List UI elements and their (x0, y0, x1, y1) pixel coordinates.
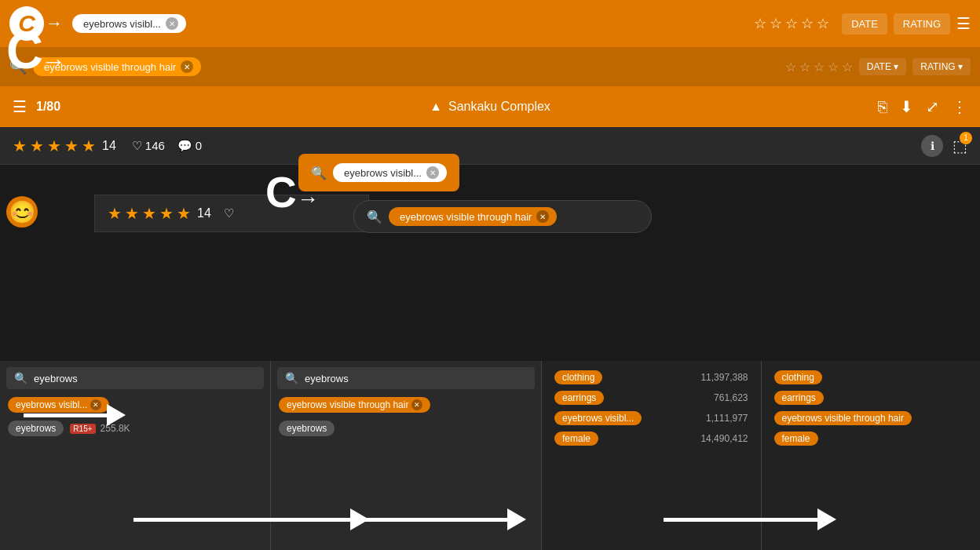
bp-r1-pill-2[interactable]: eyebrows visibl... (554, 411, 642, 425)
search-popup-icon: 🔍 (311, 166, 327, 180)
search-popup-tag[interactable]: eyebrows visibl... ✕ (333, 163, 447, 182)
rating-right: ℹ ⬚ 1 (921, 135, 967, 157)
sort-badge[interactable]: ⬚ 1 (953, 137, 967, 155)
bp-size: 255.8K (101, 423, 130, 434)
dark-search-tag-close[interactable]: ✕ (536, 210, 549, 223)
bp-mid-panel: 🔍 eyebrows eyebrows visible through hair… (271, 361, 542, 550)
bp-mid-tag-2[interactable]: eyebrows (279, 421, 335, 436)
bp-left-search-icon: 🔍 (14, 372, 27, 384)
bp-left-panel: 🔍 eyebrows eyebrows visibl... ✕ eyebrows… (0, 361, 271, 550)
bp-r2-item-1: earrings (768, 388, 975, 408)
nav-right: ⎘ ⬇ ⤢ ⋮ (878, 97, 967, 116)
search-popup: 🔍 eyebrows visibl... ✕ (298, 154, 459, 191)
rating-count-2: 14 (197, 206, 211, 220)
emoji-icon[interactable]: 😊 (6, 196, 38, 228)
bp-left-tag-2[interactable]: eyebrows (8, 421, 64, 436)
popup-tag-close[interactable]: ✕ (426, 166, 439, 179)
search-date-btn[interactable]: DATE ▾ (859, 58, 906, 75)
bp-r2-item-0: clothing (768, 367, 975, 388)
bp-r2-item-3: female (768, 428, 975, 449)
content-hamburger[interactable]: ☰ (13, 97, 27, 116)
bp-r1-count-3: 14,490,412 (700, 433, 748, 444)
star-4[interactable]: ☆ (801, 15, 814, 32)
logo-triangle: ▲ (430, 100, 442, 114)
date-button[interactable]: DATE (842, 13, 887, 35)
page-number: 1/80 (36, 100, 60, 114)
bp-r1-item-3: female 14,490,412 (548, 428, 755, 449)
badge-count: 1 (960, 132, 972, 144)
rating-stars-row: ★ ★ ★ ★ ★ (13, 137, 96, 155)
top-tag-pill[interactable]: eyebrows visibl... ✕ (72, 14, 186, 33)
bp-left-row-2: eyebrows R15+ 255.8K (6, 419, 264, 438)
rating-stars-2: ★ ★ ★ ★ ★ (108, 204, 191, 223)
bp-r1-count-2: 1,111,977 (706, 413, 748, 424)
bp-age-badge: R15+ (70, 424, 95, 434)
bp-right-1-panel: clothing 11,397,388 earrings 761,623 eye… (542, 361, 762, 550)
dark-search-tag[interactable]: eyebrows visible through hair ✕ (389, 207, 557, 226)
rating-comments: 💬 0 (177, 139, 202, 153)
star-2[interactable]: ☆ (770, 15, 782, 32)
bottom-panels: 🔍 eyebrows eyebrows visibl... ✕ eyebrows… (0, 361, 980, 550)
rating-count: 14 (102, 139, 116, 153)
rating-row: ★ ★ ★ ★ ★ 14 ♡ 146 💬 0 ℹ ⬚ 1 (0, 127, 980, 165)
site-logo: ▲ Sankaku Complex (430, 100, 550, 114)
dark-search-icon: 🔍 (367, 209, 382, 224)
r-star-3[interactable]: ★ (47, 137, 61, 155)
bp-r2-pill-0[interactable]: clothing (774, 370, 822, 384)
bp-left-tags: eyebrows visibl... ✕ (6, 395, 264, 414)
star-3[interactable]: ☆ (785, 15, 798, 32)
search-bar-2-tag[interactable]: eyebrows visible through hair ✕ (33, 57, 201, 76)
search-bar-2-tag-close[interactable]: ✕ (181, 60, 193, 73)
bp-r1-count-0: 11,397,388 (700, 372, 748, 383)
top-tag-close[interactable]: ✕ (166, 17, 178, 30)
bp-left-search-text: eyebrows (34, 373, 78, 384)
search-bar-2-icon: 🔍 (9, 58, 27, 75)
bp-r1-item-2: eyebrows visibl... 1,111,977 (548, 408, 755, 428)
rating-button[interactable]: RATING (894, 13, 950, 35)
bp-r1-count-1: 761,623 (714, 392, 748, 403)
share-icon[interactable]: ⎘ (878, 98, 887, 116)
bp-mid-search-icon: 🔍 (285, 372, 298, 384)
r-star-4[interactable]: ★ (64, 137, 79, 155)
search-bar-2-right: ☆☆ ☆☆ ☆ DATE ▾ RATING ▾ (785, 58, 971, 75)
bp-r1-pill-0[interactable]: clothing (554, 370, 602, 384)
bp-mid-tag-1[interactable]: eyebrows visible through hair ✕ (279, 397, 430, 413)
more-icon[interactable]: ⋮ (952, 97, 967, 116)
star-5[interactable]: ☆ (817, 15, 829, 32)
fullscreen-icon[interactable]: ⤢ (926, 97, 939, 116)
rating-likes: ♡ 146 (132, 139, 165, 153)
star-1[interactable]: ☆ (754, 15, 766, 32)
rating-likes-2: ♡ (224, 206, 234, 220)
bp-r2-pill-1[interactable]: earrings (774, 391, 824, 405)
info-button[interactable]: ℹ (921, 135, 943, 157)
bp-r1-pill-1[interactable]: earrings (554, 391, 604, 405)
logo-c: C (18, 10, 35, 37)
r-star-5[interactable]: ★ (82, 137, 96, 155)
logo-text: Sankaku Complex (448, 100, 550, 114)
bp-r2-pill-3[interactable]: female (774, 432, 818, 446)
heart-icon-2: ♡ (224, 206, 234, 220)
comment-icon: 💬 (177, 139, 192, 153)
bp-mid-tags: eyebrows visible through hair ✕ (277, 395, 535, 414)
r-star-1[interactable]: ★ (13, 137, 27, 155)
top-stars: ☆ ☆ ☆ ☆ ☆ (754, 15, 829, 32)
bp-r2-pill-2[interactable]: eyebrows visible through hair (774, 411, 912, 425)
heart-icon: ♡ (132, 139, 142, 153)
bp-mid-search[interactable]: 🔍 eyebrows (277, 367, 535, 389)
r-star-2[interactable]: ★ (30, 137, 44, 155)
search-bar-2-stars: ☆☆ ☆☆ ☆ (785, 60, 853, 75)
bp-left-search[interactable]: 🔍 eyebrows (6, 367, 264, 389)
comments-count: 0 (196, 139, 202, 152)
bp-left-tag-1[interactable]: eyebrows visibl... ✕ (8, 397, 109, 413)
likes-count: 146 (145, 139, 165, 152)
search-rating-btn[interactable]: RATING ▾ (912, 58, 971, 75)
site-logo-circle: C (9, 6, 44, 41)
rating-row-2: ★ ★ ★ ★ ★ 14 ♡ (94, 195, 369, 232)
dark-search-bar: 🔍 eyebrows visible through hair ✕ (353, 200, 652, 233)
bp-r1-pill-3[interactable]: female (554, 432, 598, 446)
bp-r1-item-0: clothing 11,397,388 (548, 367, 755, 388)
filter-icon-button[interactable]: ☰ (956, 14, 971, 33)
bp-mid-row-2: eyebrows (277, 419, 535, 438)
download-icon[interactable]: ⬇ (900, 97, 913, 116)
logo-arrow: → (46, 13, 63, 34)
